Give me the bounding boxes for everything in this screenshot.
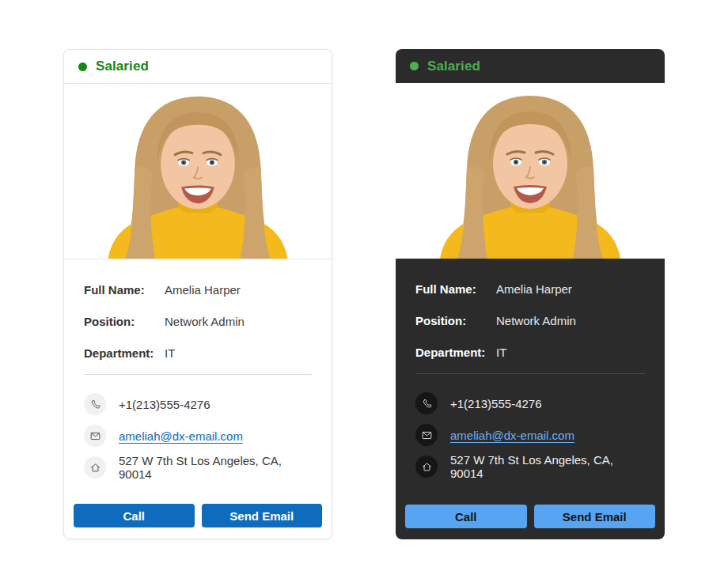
field-row-department: Department: IT (84, 337, 312, 369)
email-icon (415, 424, 438, 446)
employee-card-dark: Salaried (396, 49, 665, 539)
position-value: Network Admin (165, 315, 245, 328)
position-label: Position: (84, 315, 165, 328)
email-icon (84, 425, 106, 447)
contact-row-phone: +1(213)555-4276 (84, 393, 312, 415)
full-name-label: Full Name: (415, 282, 496, 296)
address-text: 527 W 7th St Los Angeles, CA, 90014 (119, 454, 312, 481)
send-email-button[interactable]: Send Email (202, 504, 323, 527)
field-row-position: Position: Network Admin (84, 305, 312, 337)
contact-row-address: 527 W 7th St Los Angeles, CA, 90014 (415, 456, 645, 478)
status-dot-icon (410, 62, 419, 70)
contact-row-email: ameliah@dx-email.com (84, 425, 312, 447)
employee-fields: Full Name: Amelia Harper Position: Netwo… (396, 259, 665, 368)
department-label: Department: (84, 346, 165, 360)
status-dot-icon (78, 62, 87, 71)
contact-row-phone: +1(213)555-4276 (415, 392, 645, 414)
phone-icon (415, 392, 438, 414)
send-email-button[interactable]: Send Email (534, 505, 656, 528)
call-button[interactable]: Call (74, 504, 195, 527)
department-value: IT (496, 346, 506, 359)
card-status-header: Salaried (396, 49, 665, 83)
address-text: 527 W 7th St Los Angeles, CA, 90014 (450, 453, 645, 480)
status-badge: Salaried (96, 59, 149, 74)
employee-photo (64, 84, 332, 259)
contact-section: +1(213)555-4276 ameliah@dx-email.com (396, 374, 665, 478)
employee-card-demo-page: Salaried (0, 0, 728, 586)
position-label: Position: (415, 314, 496, 327)
field-row-department: Department: IT (415, 336, 645, 368)
employee-fields: Full Name: Amelia Harper Position: Netwo… (64, 259, 332, 369)
department-value: IT (165, 346, 175, 360)
card-actions: Call Send Email (74, 504, 322, 527)
employee-photo (396, 83, 665, 259)
email-link[interactable]: ameliah@dx-email.com (119, 429, 243, 443)
phone-number: +1(213)555-4276 (119, 398, 210, 411)
contact-section: +1(213)555-4276 ameliah@dx-email.com (64, 375, 332, 478)
call-button[interactable]: Call (405, 505, 527, 528)
phone-number: +1(213)555-4276 (450, 397, 542, 410)
card-status-header: Salaried (64, 50, 332, 84)
status-badge: Salaried (427, 59, 480, 74)
field-row-full-name: Full Name: Amelia Harper (415, 273, 645, 304)
department-label: Department: (415, 346, 496, 359)
home-icon (415, 456, 438, 478)
full-name-label: Full Name: (84, 283, 165, 297)
home-icon (84, 456, 106, 478)
email-link[interactable]: ameliah@dx-email.com (450, 429, 574, 442)
field-row-full-name: Full Name: Amelia Harper (84, 274, 312, 305)
phone-icon (84, 393, 106, 415)
employee-photo-frame (64, 84, 332, 259)
full-name-value: Amelia Harper (496, 282, 572, 296)
employee-photo-frame (396, 83, 665, 259)
employee-card-light: Salaried (63, 49, 332, 539)
contact-row-email: ameliah@dx-email.com (415, 424, 645, 446)
full-name-value: Amelia Harper (165, 283, 241, 297)
card-actions: Call Send Email (405, 505, 655, 528)
position-value: Network Admin (496, 314, 576, 327)
field-row-position: Position: Network Admin (415, 304, 645, 336)
contact-row-address: 527 W 7th St Los Angeles, CA, 90014 (84, 456, 312, 478)
